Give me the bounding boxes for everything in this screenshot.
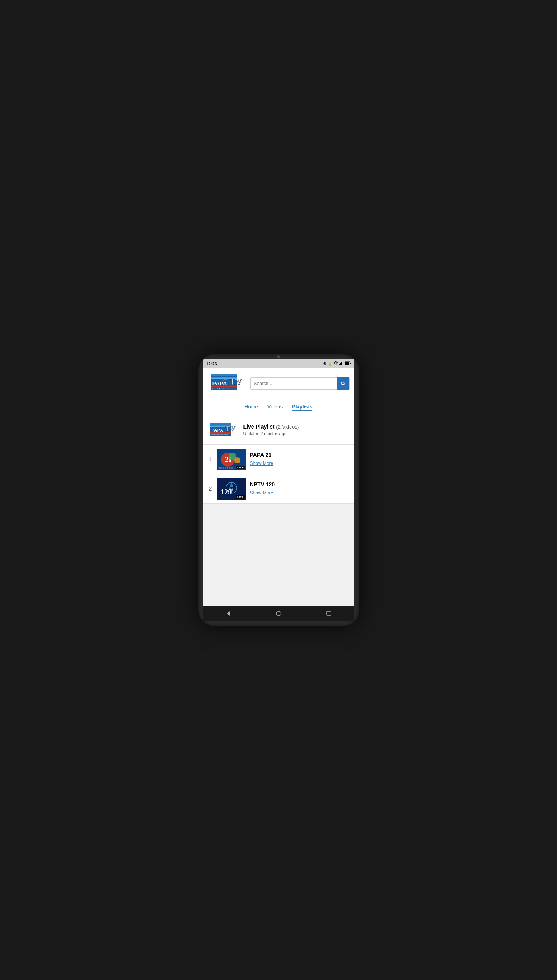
video-item-2[interactable]: 2 120 LIVE NPTV 1 (203, 474, 354, 504)
live-badge-2: LIVE (236, 495, 245, 499)
playlist-info: Live Playlist (2 Videos) Updated 2 month… (243, 423, 299, 436)
svg-marker-34 (227, 611, 230, 616)
status-bar: 12:23 ⚙ 🔋 (203, 359, 354, 368)
svg-text:NEWS & GOVE...: NEWS & GOVE... (218, 467, 235, 469)
search-bar[interactable] (250, 377, 350, 390)
show-more-1[interactable]: Show More (250, 461, 274, 466)
svg-rect-7 (350, 363, 351, 364)
svg-text:Peninsula Area Public Access: Peninsula Area Public Access (211, 434, 228, 436)
video-index-1: 1 (208, 456, 213, 462)
svg-text:PAPA: PAPA (211, 428, 223, 432)
papa-tv-logo: PAPA Peninsula Area Public Access TV (208, 372, 247, 394)
video-index-2: 2 (208, 486, 213, 492)
app-header: PAPA Peninsula Area Public Access TV (203, 368, 354, 399)
svg-rect-4 (343, 361, 343, 365)
video-details-2: NPTV 120 Show More (250, 481, 350, 496)
search-input[interactable] (251, 379, 337, 388)
video-title-2: NPTV 120 (250, 481, 350, 487)
playlist-thumbnail: PAPA Peninsula Area Public Access TV (208, 419, 239, 441)
svg-text:TV: TV (225, 425, 235, 433)
svg-text:Peninsula Area Public Access: Peninsula Area Public Access (212, 388, 233, 390)
wifi-icon (333, 361, 338, 366)
recents-button[interactable] (325, 610, 333, 617)
svg-rect-2 (340, 363, 341, 365)
search-icon (340, 381, 346, 386)
nav-home[interactable]: Home (245, 403, 258, 411)
device-frame: 12:23 ⚙ 🔋 (198, 354, 359, 626)
show-more-2[interactable]: Show More (250, 490, 274, 496)
svg-rect-17 (210, 423, 231, 425)
device-screen: 12:23 ⚙ 🔋 (203, 359, 354, 621)
svg-point-27 (234, 457, 240, 463)
settings-icon: ⚙ (323, 361, 326, 366)
video-item-1[interactable]: 1 21 NEWS & GOVE... (203, 445, 354, 474)
bottom-nav (203, 606, 354, 621)
svg-point-35 (276, 611, 281, 616)
svg-rect-6 (345, 362, 349, 365)
nav-playlists[interactable]: Playlists (292, 403, 312, 411)
signal-icon (339, 361, 344, 366)
app-content: PAPA Peninsula Area Public Access TV (203, 368, 354, 606)
battery-icon (345, 361, 351, 366)
sd-icon: 🔋 (328, 361, 332, 366)
playlist-updated: Updated 2 months ago (243, 431, 299, 436)
video-details-1: PAPA 21 Show More (250, 452, 350, 467)
logo-area: PAPA Peninsula Area Public Access TV (208, 372, 247, 396)
empty-content-area (203, 504, 354, 606)
status-time: 12:23 (206, 361, 217, 366)
nav-videos[interactable]: Videos (267, 403, 283, 411)
nav-bar: Home Videos Playlists (203, 399, 354, 415)
svg-text:TV: TV (229, 376, 242, 386)
video-thumbnail-1: 21 NEWS & GOVE... LIVE (217, 449, 246, 470)
svg-rect-36 (327, 611, 331, 615)
home-button[interactable] (275, 610, 283, 617)
back-button[interactable] (224, 610, 232, 617)
camera (277, 355, 280, 358)
playlist-title: Live Playlist (2 Videos) (243, 423, 299, 430)
svg-point-0 (335, 365, 336, 365)
playlist-count: (2 Videos) (276, 424, 299, 430)
live-badge-1: LIVE (236, 466, 245, 469)
video-title-1: PAPA 21 (250, 452, 350, 458)
svg-text:PAPA: PAPA (212, 380, 227, 386)
search-button[interactable] (337, 377, 349, 390)
video-thumbnail-2: 120 LIVE (217, 478, 246, 500)
status-icons: ⚙ 🔋 (323, 361, 351, 366)
svg-rect-3 (341, 362, 342, 365)
svg-rect-1 (339, 364, 340, 365)
playlist-header-card: PAPA Peninsula Area Public Access TV Liv… (203, 415, 354, 445)
svg-rect-9 (211, 374, 237, 376)
